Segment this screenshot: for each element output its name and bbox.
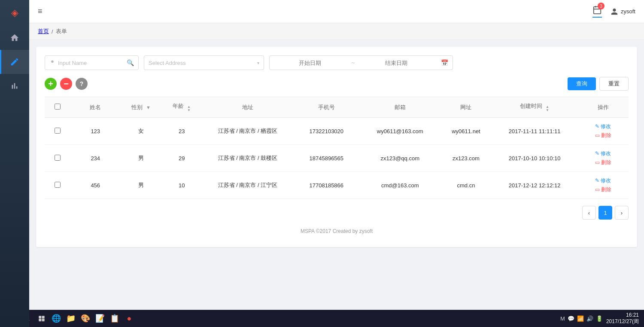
end-date-input[interactable] [356, 60, 437, 66]
edit-button[interactable]: ✎ 修改 [595, 177, 611, 184]
breadcrumb-current: 表单 [56, 28, 67, 35]
th-age[interactable]: 年龄 ▲ ▼ [161, 97, 202, 118]
table-body: 123 女 23 江苏省 / 南京市 / 栖霞区 17322103020 wy0… [45, 118, 629, 199]
taskbar-icon-volume: 🔊 [586, 315, 593, 322]
row-checkbox-cell[interactable] [45, 145, 70, 172]
delete-row-button[interactable]: ▭ 删除 [595, 159, 611, 166]
row-name: 123 [70, 118, 121, 145]
hamburger-menu[interactable]: ≡ [38, 7, 43, 16]
row-checkbox[interactable] [55, 182, 61, 188]
breadcrumb-home[interactable]: 首页 [38, 28, 49, 35]
th-action: 操作 [578, 97, 629, 118]
address-filter-select[interactable]: Select Address ▾ [144, 55, 264, 70]
date-range-picker[interactable]: ～ 📅 [269, 55, 453, 70]
row-age: 29 [161, 145, 202, 172]
th-address: 地址 [202, 97, 294, 118]
edit-button[interactable]: ✎ 修改 [595, 123, 611, 130]
name-input[interactable] [58, 60, 127, 66]
row-actions: ✎ 修改 ▭ 删除 [578, 118, 629, 145]
taskbar-time: 16:21 2017/12/27(周 [606, 312, 639, 325]
th-url: 网址 [440, 97, 491, 118]
table-row: 123 女 23 江苏省 / 南京市 / 栖霞区 17322103020 wy0… [45, 118, 629, 145]
app-logo[interactable]: ◈ [0, 0, 29, 26]
prev-page-button[interactable]: ‹ [582, 206, 596, 220]
delete-row-button[interactable]: ▭ 删除 [595, 186, 611, 193]
row-checkbox-cell[interactable] [45, 172, 70, 199]
username-label: zysoft [621, 8, 635, 15]
row-gender: 女 [121, 118, 161, 145]
taskbar-app-6[interactable]: ● [123, 312, 136, 325]
select-all-checkbox[interactable] [55, 104, 61, 110]
action-left-buttons: + − ? [45, 78, 88, 90]
row-checkbox[interactable] [55, 128, 61, 134]
main-content-card: 🔍 Select Address ▾ ～ 📅 [36, 47, 637, 247]
sidebar: ◈ [0, 0, 29, 327]
taskbar-app-1[interactable]: 🌐 [50, 312, 63, 325]
row-checkbox-cell[interactable] [45, 118, 70, 145]
clock-time: 16:21 [606, 312, 639, 318]
calendar-button[interactable]: 3 [592, 5, 602, 18]
taskbar-icon-m: M [560, 315, 565, 322]
breadcrumb-separator: / [52, 28, 53, 35]
taskbar-icon-battery: 🔋 [596, 315, 603, 322]
row-email: wy0611@163.com [359, 118, 440, 145]
row-address: 江苏省 / 南京市 / 栖霞区 [202, 118, 294, 145]
add-button[interactable]: + [45, 78, 57, 90]
taskbar-icon-wechat: 💬 [568, 315, 574, 322]
edit-button[interactable]: ✎ 修改 [595, 150, 611, 157]
row-phone: 17322103020 [293, 118, 359, 145]
row-name: 234 [70, 145, 121, 172]
page-1-button[interactable]: 1 [598, 206, 612, 220]
help-button[interactable]: ? [76, 78, 88, 90]
row-address: 江苏省 / 南京市 / 鼓楼区 [202, 145, 294, 172]
filter-icon: ▼ [146, 105, 151, 110]
row-url: zx123.com [440, 145, 491, 172]
start-date-input[interactable] [270, 60, 350, 66]
taskbar: ⊞ 🌐 📁 🎨 📝 📋 ● M 💬 📶 🔊 � [0, 310, 644, 327]
th-check [45, 97, 70, 118]
row-email: cmd@163.com [359, 172, 440, 199]
calendar-icon[interactable]: 📅 [437, 59, 453, 66]
sort-icon-time: ▲ ▼ [546, 105, 549, 112]
taskbar-icon-network: 📶 [577, 315, 584, 322]
row-name: 456 [70, 172, 121, 199]
reset-button[interactable]: 重置 [599, 77, 629, 91]
sort-icon: ▲ ▼ [187, 105, 191, 112]
row-gender: 男 [121, 145, 161, 172]
row-gender: 男 [121, 172, 161, 199]
next-page-button[interactable]: › [615, 206, 629, 220]
th-gender[interactable]: 性别 ▼ [121, 97, 161, 118]
name-filter-input[interactable]: 🔍 [45, 55, 139, 70]
query-button[interactable]: 查询 [568, 77, 596, 90]
row-url: wy0611.net [440, 118, 491, 145]
row-address: 江苏省 / 南京市 / 江宁区 [202, 172, 294, 199]
taskbar-app-5[interactable]: 📋 [108, 312, 121, 325]
taskbar-app-4[interactable]: 📝 [94, 312, 106, 325]
svg-rect-5 [42, 316, 45, 318]
delete-button[interactable]: − [60, 78, 72, 90]
row-phone: 18745896565 [293, 145, 359, 172]
table-header: 姓名 性别 ▼ 年龄 ▲ ▼ [45, 97, 629, 118]
data-table: 姓名 性别 ▼ 年龄 ▲ ▼ [45, 97, 629, 199]
sidebar-item-home[interactable] [0, 26, 29, 50]
pagination: ‹ 1 › [45, 206, 629, 220]
taskbar-app-2[interactable]: 📁 [64, 312, 77, 325]
row-url: cmd.cn [440, 172, 491, 199]
sidebar-item-chart[interactable] [0, 74, 29, 98]
address-select-placeholder: Select Address [149, 60, 186, 66]
clock-date: 2017/12/27(周 [606, 318, 639, 325]
svg-rect-6 [39, 319, 41, 321]
svg-rect-4 [39, 316, 41, 318]
taskbar-task-view[interactable] [35, 312, 48, 325]
delete-row-button[interactable]: ▭ 删除 [595, 132, 611, 139]
user-menu[interactable]: zysoft [611, 8, 635, 15]
row-age: 10 [161, 172, 202, 199]
th-phone: 手机号 [293, 97, 359, 118]
row-actions: ✎ 修改 ▭ 删除 [578, 145, 629, 172]
taskbar-app-3[interactable]: 🎨 [79, 312, 92, 325]
chevron-down-icon: ▾ [257, 61, 259, 65]
action-row: + − ? 查询 重置 [45, 77, 629, 91]
th-created[interactable]: 创建时间 ▲ ▼ [492, 97, 578, 118]
row-checkbox[interactable] [55, 155, 61, 161]
sidebar-item-edit[interactable] [0, 50, 29, 74]
